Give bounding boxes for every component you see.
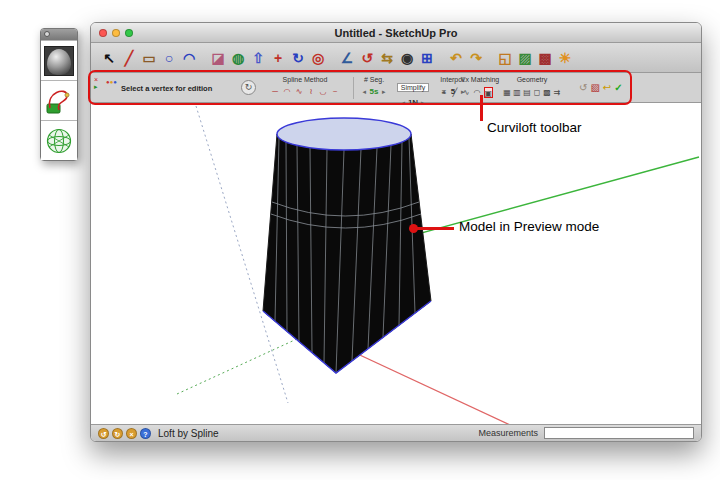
offset-tool-icon[interactable]: ◎ — [308, 45, 328, 71]
geometry-columns-icon[interactable]: ▥ — [513, 87, 522, 98]
status-help-icon[interactable]: ? — [140, 428, 151, 439]
status-abort-icon[interactable]: × — [126, 428, 137, 439]
geometry-label: Geometry — [501, 76, 563, 83]
circle-tool-icon[interactable]: ○ — [159, 45, 179, 71]
geometry-plain-icon[interactable]: ◻ — [533, 87, 542, 98]
skinning-button[interactable] — [41, 120, 77, 160]
paint-bucket-icon[interactable]: ◍ — [228, 45, 248, 71]
select-tool-icon[interactable]: ↖ — [99, 45, 119, 71]
model-callout-line — [417, 227, 454, 230]
geometry-grid-icon[interactable]: ▦ — [503, 87, 512, 98]
status-undo-icon[interactable]: ↺ — [98, 428, 109, 439]
rotate-tool-icon[interactable]: ↻ — [288, 45, 308, 71]
loft-by-spline-button[interactable] — [41, 40, 77, 80]
window-title: Untitled - SketchUp Pro — [91, 23, 701, 43]
confirm-check-icon[interactable]: ✓ — [614, 81, 622, 94]
tape-measure-icon[interactable]: ∠ — [337, 45, 357, 71]
vx-mode-3-icon[interactable]: ∿ — [462, 87, 471, 98]
line-tool-icon[interactable]: ╱ — [119, 45, 139, 71]
shadows-icon[interactable]: ☀ — [555, 45, 575, 71]
go-marker-icon[interactable]: ▸ — [94, 83, 98, 90]
redo-icon[interactable]: ↷ — [466, 45, 486, 71]
pan-tool-icon[interactable]: ⇆ — [377, 45, 397, 71]
toolbar-separator — [353, 77, 354, 99]
curviloft-toolbar: × ▸ ●●● Select a vertex for edition ↻ Sp… — [91, 73, 701, 103]
solid-cube-icon[interactable]: ▧ — [590, 81, 599, 94]
eraser-tool-icon[interactable]: ◪ — [208, 45, 228, 71]
main-toolbar: ↖ ╱ ▭ ○ ◠ ◪ ◍ ⇧ + ↻ ◎ ∠ ↺ ⇆ ◉ ⊞ ↶ ↷ ◱ ▨ … — [91, 43, 701, 73]
back-arrow-icon[interactable]: ↩ — [603, 81, 611, 94]
simplify-label[interactable]: Simplify — [397, 83, 430, 92]
segments-increase-icon[interactable]: ▸ — [382, 88, 386, 96]
segments-decrease-icon[interactable]: ◂ — [362, 88, 366, 96]
segments-label: # Seg. — [357, 76, 391, 83]
zoom-button[interactable] — [125, 29, 133, 37]
palette-titlebar[interactable] — [41, 29, 77, 40]
reset-icon[interactable]: ↺ — [579, 81, 587, 94]
geometry-rows-icon[interactable]: ▤ — [523, 87, 532, 98]
model-callout-label: Model in Preview mode — [459, 219, 599, 234]
selection-sets-icon[interactable]: ●●● — [106, 80, 118, 85]
toolbar-callout-label: Curviloft toolbar — [487, 120, 582, 135]
spline-method-group: Spline Method ─ ◠ ∿ ≀ ◡ ~ — [261, 76, 349, 97]
orbit-tool-icon[interactable]: ↺ — [357, 45, 377, 71]
push-pull-icon[interactable]: ⇧ — [248, 45, 268, 71]
vx-matching-group: Vx Matching ≡ ╱ ∿ ◠ ▣ — [437, 76, 495, 98]
spline-linear-icon[interactable]: ─ — [271, 86, 280, 97]
model-top-face[interactable] — [277, 118, 411, 150]
drawing-canvas[interactable]: Model in Preview mode — [91, 103, 701, 424]
toolbar-callout-line — [480, 95, 483, 121]
rectangle-tool-icon[interactable]: ▭ — [139, 45, 159, 71]
section-plane-icon[interactable]: ▩ — [535, 45, 555, 71]
segments-group: # Seg. ◂ 5s ▸ — [357, 76, 391, 96]
spline-method-label: Spline Method — [261, 76, 349, 83]
red-axis — [334, 343, 523, 424]
walk-tool-icon[interactable]: ▨ — [515, 45, 535, 71]
skinning-icon — [44, 126, 74, 156]
minimize-button[interactable] — [112, 29, 120, 37]
loft-by-spline-icon — [44, 46, 74, 76]
palette-close-button[interactable] — [44, 31, 50, 37]
cycle-selection-icon[interactable]: ↻ — [241, 80, 256, 95]
spline-concave-icon[interactable]: ◡ — [319, 86, 328, 97]
geometry-flow-icon[interactable]: ⇉ — [553, 87, 562, 98]
undo-icon[interactable]: ↶ — [446, 45, 466, 71]
loft-along-path-button[interactable] — [41, 80, 77, 120]
zoom-tool-icon[interactable]: ◉ — [397, 45, 417, 71]
camera-position-icon[interactable]: ◱ — [495, 45, 515, 71]
geometry-group: Geometry ▦ ▥ ▤ ◻ ▩ ⇉ — [501, 76, 563, 98]
status-bar: ↺ ↻ × ? Loft by Spline Measurements — [91, 424, 701, 441]
vx-mode-2-icon[interactable]: ╱ — [451, 87, 460, 98]
abort-marker-icon[interactable]: × — [94, 76, 98, 83]
window-titlebar[interactable]: Untitled - SketchUp Pro — [91, 23, 701, 43]
curviloft-status-text: Select a vertex for edition — [121, 84, 239, 93]
status-tool-text: Loft by Spline — [158, 428, 219, 439]
spline-sine-icon[interactable]: ∿ — [295, 86, 304, 97]
curviloft-palette — [40, 28, 78, 161]
preview-mode-icon[interactable]: ▣ — [484, 87, 493, 98]
spline-smooth-icon[interactable]: ~ — [331, 86, 340, 97]
move-tool-icon[interactable]: + — [268, 45, 288, 71]
curviloft-actions: ↺ ▧ ↩ ✓ — [579, 81, 623, 94]
spline-wave-icon[interactable]: ≀ — [307, 86, 316, 97]
vx-mode-1-icon[interactable]: ≡ — [440, 87, 449, 98]
arc-tool-icon[interactable]: ◠ — [179, 45, 199, 71]
measurements-label: Measurements — [478, 428, 538, 438]
segments-value: 5s — [368, 87, 380, 96]
close-button[interactable] — [99, 29, 107, 37]
curviloft-state-markers: × ▸ — [94, 76, 98, 90]
model-viewport[interactable] — [91, 103, 701, 424]
spline-arc-icon[interactable]: ◠ — [283, 86, 292, 97]
status-redo-icon[interactable]: ↻ — [112, 428, 123, 439]
model-body[interactable] — [263, 134, 431, 373]
geometry-dense-icon[interactable]: ▩ — [543, 87, 552, 98]
loft-along-path-icon — [44, 86, 74, 116]
sketchup-window: Untitled - SketchUp Pro ↖ ╱ ▭ ○ ◠ ◪ ◍ ⇧ … — [90, 22, 702, 442]
measurements-input[interactable] — [544, 427, 694, 439]
zoom-extents-icon[interactable]: ⊞ — [417, 45, 437, 71]
